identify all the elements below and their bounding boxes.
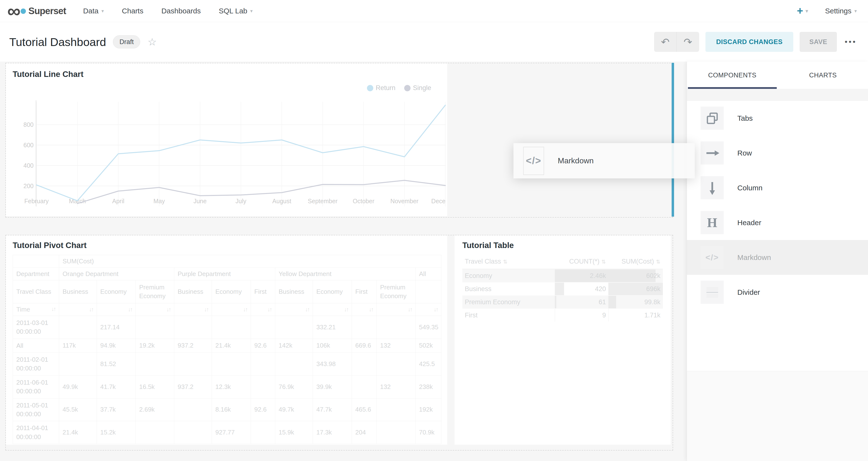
discard-changes-button[interactable]: DISCARD CHANGES [706,32,793,52]
svg-text:600: 600 [23,142,34,149]
redo-button[interactable]: ↷ [677,32,699,52]
column-icon [701,176,724,199]
pivot-cell: 39.9k [313,375,352,398]
pivot-cell: 937.2 [174,339,212,352]
sort-icon[interactable]: ↓↑ [166,306,170,313]
pivot-cell [251,316,275,339]
sort-icon[interactable]: ↓↑ [434,306,438,313]
sort-icon[interactable]: ↓↑ [268,306,272,313]
cell-sum: 696k [608,282,663,296]
cell-count: 9 [555,309,608,322]
pivot-subcol-header: Premium Economy [377,280,415,303]
more-options-button[interactable]: ••• [845,38,857,46]
nav-item-sql-lab[interactable]: SQL Lab▾ [219,7,253,15]
superset-dashboard-editor: ∞• Superset Data▾ Charts Dashboards SQL … [0,0,868,461]
pivot-cell: 16.5k [136,375,174,398]
svg-text:December: December [431,197,446,205]
infinity-logo-icon: ∞• [7,4,26,18]
col-header-sum-cost[interactable]: SUM(Cost)⇅ [608,254,663,269]
pivot-cell: 132 [377,375,415,398]
panel-item-label: Tabs [737,114,753,122]
pivot-cell [377,316,415,339]
sort-icon: ⇅ [601,259,606,265]
sort-icon[interactable]: ↓↑ [408,306,412,313]
pivot-cell: 549.35 [415,316,441,339]
markdown-icon: </> [526,155,541,166]
chart-title: Tutorial Line Chart [13,70,84,79]
pivot-dept-header: All [415,268,441,280]
tab-charts[interactable]: CHARTS [778,62,868,89]
pivot-cell: 204 [352,421,377,444]
legend-item-return[interactable]: Return [367,84,396,92]
pivot-cell: 94.9k [97,339,136,352]
markdown-icon-box: </> [523,147,544,175]
tab-components[interactable]: COMPONENTS [687,62,778,89]
new-item-button[interactable]: +▾ [797,5,808,17]
settings-menu[interactable]: Settings▾ [825,7,857,15]
nav-item-data[interactable]: Data▾ [83,7,104,15]
panel-item-markdown[interactable]: </>Markdown [687,240,868,275]
panel-item-tabs[interactable]: Tabs [687,101,868,135]
pivot-cell [174,398,212,421]
pivot-cell [352,375,377,398]
pivot-cell: 937.2 [174,375,212,398]
nav-item-charts[interactable]: Charts [122,7,143,15]
chart-legend: Return Single [367,84,431,92]
sort-icon[interactable]: ↓↑ [369,306,373,313]
sort-icon[interactable]: ↓↑ [204,306,208,313]
line-chart-card[interactable]: Tutorial Line Chart Return Single 200400… [6,63,447,216]
cell-travel-class: Economy [462,269,555,282]
pivot-cell: 49.7k [275,398,313,421]
pivot-row-label: 2011-02-01 00:00:00 [13,352,59,375]
brand-name: Superset [28,6,66,16]
sort-icon[interactable]: ↓↑ [128,306,132,313]
dashboard-title[interactable]: Tutorial Dashboard [9,35,106,49]
sort-icon[interactable]: ↓↑ [243,306,247,313]
table-title: Tutorial Table [462,241,514,250]
pivot-cell: 45.5k [59,398,97,421]
pivot-cell: 2.69k [136,398,174,421]
pivot-cell [174,352,212,375]
divider-icon [701,281,724,304]
favorite-star-icon[interactable]: ☆ [148,36,157,48]
sort-icon: ⇅ [503,259,507,265]
legend-item-single[interactable]: Single [404,84,431,92]
pivot-dept-header: Yellow Department [275,268,415,280]
pivot-row-label: 2011-04-01 00:00:00 [13,421,59,444]
pivot-row-label: All [13,339,59,352]
pivot-cell: 19.2k [136,339,174,352]
svg-text:September: September [308,197,338,205]
panel-item-row[interactable]: Row [687,135,868,171]
sort-icon[interactable]: ↓↑ [89,306,93,313]
pivot-subcol-header: Economy [212,280,251,303]
table-row: Business420696k [462,282,663,296]
nav-menu: Data▾ Charts Dashboards SQL Lab▾ [83,7,253,15]
pivot-cell: 12.3k [212,375,251,398]
undo-button[interactable]: ↶ [654,32,677,52]
sort-icon[interactable]: ↓↑ [51,306,56,312]
col-header-travel-class[interactable]: Travel Class⇅ [462,254,555,269]
sort-icon[interactable]: ↓↑ [305,306,309,313]
pivot-cell: 21.4k [59,421,97,444]
pivot-cell [136,352,174,375]
table-chart-card[interactable]: Tutorial Table Travel Class⇅COUNT(*)⇅SUM… [455,235,671,445]
panel-item-header[interactable]: HHeader [687,205,868,240]
superset-logo[interactable]: ∞• Superset [7,4,66,18]
pivot-cell: 15.2k [97,421,136,444]
pivot-cell: 238k [415,375,441,398]
nav-item-dashboards[interactable]: Dashboards [161,7,201,15]
pivot-row: 2011-06-01 00:00:0049.9k41.7k16.5k937.21… [13,375,441,398]
svg-text:400: 400 [23,162,34,169]
pivot-cell: 37.7k [97,398,136,421]
cell-sum: 1.71k [608,309,663,322]
col-header-count[interactable]: COUNT(*)⇅ [555,254,608,269]
pivot-cell [275,352,313,375]
panel-item-column[interactable]: Column [687,171,868,205]
cell-sum: 602k [608,269,663,282]
sort-icon[interactable]: ↓↑ [344,306,348,313]
pivot-cell: 41.7k [97,375,136,398]
save-button[interactable]: SAVE [800,32,837,52]
panel-item-divider[interactable]: Divider [687,275,868,310]
drag-ghost-markdown[interactable]: </> Markdown [514,143,695,178]
pivot-chart-card[interactable]: Tutorial Pivot Chart SUM(Cost)Department… [6,235,447,445]
